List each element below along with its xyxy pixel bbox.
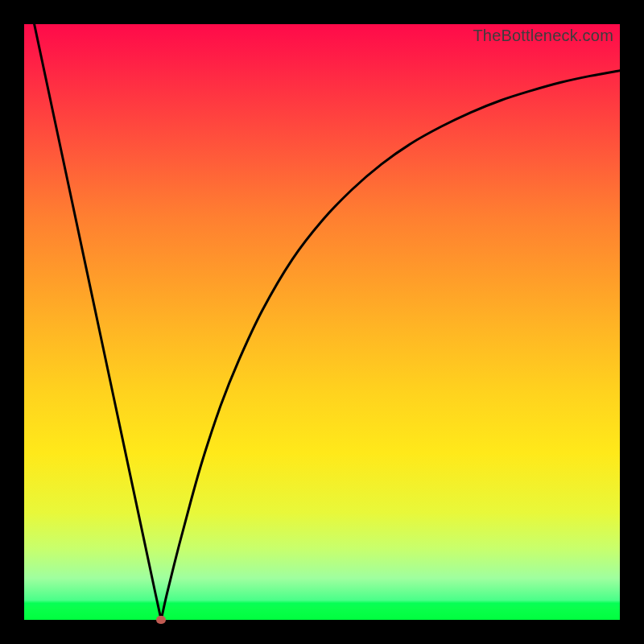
chart-frame: TheBottleneck.com	[0, 0, 644, 644]
bottleneck-curve	[24, 24, 620, 620]
curve-path	[24, 24, 620, 620]
minimum-marker	[156, 616, 166, 624]
plot-area: TheBottleneck.com	[24, 24, 620, 620]
